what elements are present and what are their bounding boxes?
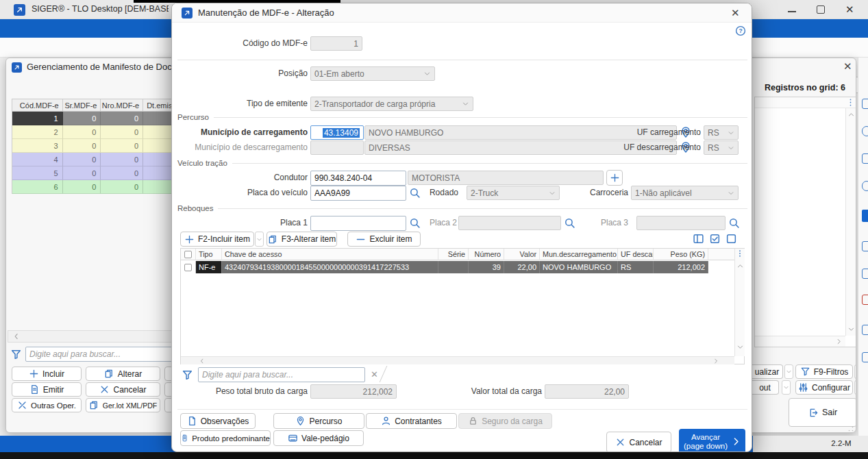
detail-hscrollbar[interactable]: [755, 336, 845, 347]
header-checkbox-cell[interactable]: [181, 249, 196, 260]
scroll-down-icon[interactable]: [736, 343, 744, 351]
search-icon[interactable]: [564, 217, 575, 229]
grid-hscrollbar[interactable]: [8, 330, 172, 343]
select-all-checkbox[interactable]: [184, 251, 192, 258]
items-hscrollbar[interactable]: [181, 356, 734, 364]
partial-icon[interactable]: [862, 126, 868, 136]
columns-icon[interactable]: [693, 233, 704, 245]
detail-vscrollbar[interactable]: [845, 108, 856, 336]
scroll-right-icon[interactable]: [835, 338, 843, 345]
items-col-numero[interactable]: Número: [469, 249, 504, 260]
alterar-button[interactable]: Alterar: [86, 367, 160, 381]
cell-uf[interactable]: RS: [618, 261, 654, 273]
checkbox-empty-icon[interactable]: [726, 233, 737, 245]
checkbox-checked-icon[interactable]: [709, 233, 721, 245]
table-row[interactable]: 1 0 0: [12, 112, 172, 125]
grid-col-sr[interactable]: Sr.MDF-e: [63, 99, 101, 112]
layout-dropdown-icon[interactable]: [782, 380, 791, 395]
maximize-icon[interactable]: [817, 5, 825, 14]
cancelar-button[interactable]: Cancelar: [86, 382, 160, 397]
items-col-mun[interactable]: Mun.descarregamento: [540, 249, 618, 260]
cell-valor[interactable]: 22,00: [504, 261, 540, 273]
outras-oper-button[interactable]: Outras Oper.: [12, 398, 82, 412]
partial-icon[interactable]: [862, 325, 868, 335]
modal-cancelar-button[interactable]: Cancelar: [606, 432, 671, 452]
resize-grip-icon[interactable]: [847, 425, 854, 432]
placa1-input[interactable]: [310, 216, 406, 231]
uf-carreg-select[interactable]: RS: [704, 125, 739, 140]
cell-serie[interactable]: [438, 261, 469, 273]
table-row[interactable]: 3 0 0: [12, 139, 172, 153]
cell-chave[interactable]: 4324079341938000018455000000000039141722…: [222, 261, 438, 273]
f2-incluir-item-button[interactable]: F2-Incluir item: [180, 232, 254, 247]
partial-icon[interactable]: [862, 99, 868, 109]
table-row[interactable]: 5 0 0: [12, 166, 172, 180]
scroll-right-icon[interactable]: [712, 358, 719, 364]
modal-close-icon[interactable]: ✕: [731, 7, 740, 19]
sair-button[interactable]: Sair: [789, 398, 856, 427]
grid-col-dtemis[interactable]: Dt.emis: [143, 99, 172, 112]
minimize-icon[interactable]: [788, 11, 796, 12]
f9-filtros-button[interactable]: F9-Filtros: [795, 364, 853, 379]
scroll-left-icon[interactable]: [199, 358, 206, 364]
kebab-menu-icon[interactable]: [846, 98, 855, 107]
tipo-emitente-select[interactable]: 2-Transportador de carga própria: [310, 97, 473, 111]
vale-pedagio-button[interactable]: Vale-pedágio: [273, 430, 364, 446]
row-checkbox[interactable]: [184, 264, 192, 271]
condutor-input[interactable]: [310, 171, 406, 186]
grid-search-input[interactable]: [25, 347, 173, 362]
excluir-item-button[interactable]: Excluir item: [347, 232, 421, 247]
cell-peso[interactable]: 212,002: [654, 261, 708, 273]
close-icon[interactable]: ✕: [845, 3, 854, 16]
add-condutor-button[interactable]: [606, 170, 623, 186]
table-row[interactable]: 6 0 0: [12, 180, 172, 194]
items-search-input[interactable]: [198, 367, 365, 382]
partial-icon[interactable]: [862, 210, 868, 222]
table-row[interactable]: 4 0 0: [12, 153, 172, 166]
grid-col-cod[interactable]: Cód.MDF-e: [12, 99, 63, 112]
search-icon[interactable]: [728, 217, 740, 229]
scroll-left-icon[interactable]: [12, 332, 21, 340]
f2-dropdown-icon[interactable]: [255, 232, 264, 247]
observacoes-button[interactable]: Observações: [180, 413, 256, 429]
cell-mun[interactable]: NOVO HAMBURGO: [540, 261, 618, 273]
mun-carreg-code-input[interactable]: 43.13409: [310, 125, 364, 140]
atualizar-dropdown-icon[interactable]: [784, 364, 793, 379]
atualizar-button-fragment[interactable]: ualizar: [752, 364, 783, 379]
posicao-select[interactable]: 01-Em aberto: [310, 66, 435, 81]
items-col-valor[interactable]: Valor: [504, 249, 540, 260]
seguro-carga-button[interactable]: Seguro da carga: [458, 413, 552, 429]
grid-col-nro[interactable]: Nro.MDF-e: [101, 99, 143, 112]
filter-funnel-icon[interactable]: [10, 349, 22, 360]
manifest-close-icon[interactable]: ✕: [843, 60, 852, 73]
items-col-chave[interactable]: Chave de acesso: [222, 249, 438, 260]
configurar-dropdown-icon[interactable]: [854, 380, 856, 395]
percurso-button[interactable]: Percurso: [273, 413, 364, 429]
scroll-down-icon[interactable]: [847, 325, 855, 333]
scroll-up-icon[interactable]: [847, 111, 855, 119]
kebab-menu-icon[interactable]: [736, 249, 744, 258]
carroceria-select[interactable]: 1-Não aplicável: [631, 186, 739, 200]
items-col-uf[interactable]: UF descarreg.: [618, 249, 654, 260]
cell-tipo[interactable]: NF-e: [196, 261, 222, 273]
layout-button-fragment[interactable]: out: [752, 380, 779, 395]
gerlot-xml-pdf-button[interactable]: Ger.lot XML/PDF: [86, 398, 160, 412]
cell-numero[interactable]: 39: [469, 261, 504, 273]
produto-predominante-button[interactable]: Produto predominante: [180, 430, 271, 446]
table-row[interactable]: 2 0 0: [12, 125, 172, 139]
rodado-select[interactable]: 2-Truck: [467, 186, 560, 200]
uf-descarreg-select[interactable]: RS: [704, 140, 739, 155]
row-checkbox-cell[interactable]: [181, 261, 196, 273]
items-col-peso[interactable]: Peso (KG): [654, 249, 708, 260]
f9-dropdown-icon[interactable]: [854, 364, 856, 379]
table-row[interactable]: NF-e 43240793419380000184550000000000391…: [181, 261, 734, 273]
partial-icon[interactable]: [862, 181, 868, 191]
configurar-button[interactable]: Configurar: [795, 380, 853, 395]
contratantes-button[interactable]: Contratantes: [366, 413, 457, 429]
partial-icon[interactable]: [862, 269, 868, 279]
items-col-serie[interactable]: Série: [438, 249, 469, 260]
partial-icon[interactable]: [862, 352, 868, 362]
filter-funnel-icon[interactable]: [182, 369, 193, 381]
partial-icon[interactable]: [862, 153, 868, 164]
clear-search-icon[interactable]: ✕: [371, 369, 378, 380]
